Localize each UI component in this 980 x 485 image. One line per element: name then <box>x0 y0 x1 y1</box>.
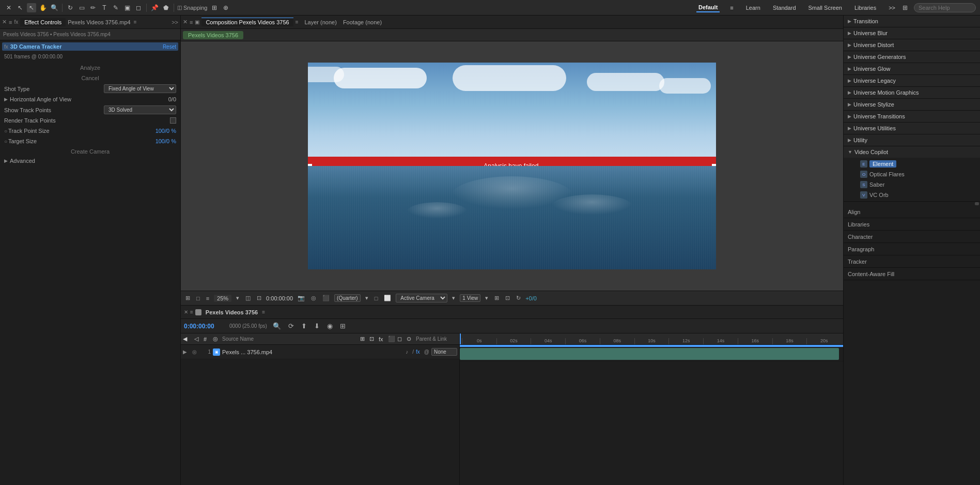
zoom-tool[interactable]: 🔍 <box>50 3 59 12</box>
flat-libraries[interactable]: Libraries <box>844 218 980 231</box>
tab-effect-controls[interactable]: Effect Controls <box>20 18 66 26</box>
layer-name[interactable]: Pexels ... 3756.mp4 <box>222 349 403 355</box>
fit-btn[interactable]: ◫ <box>244 294 252 302</box>
select-tool[interactable]: ↖ <box>27 3 36 12</box>
quality-selector[interactable]: (Quarter) <box>334 294 361 302</box>
search-layer-btn[interactable]: 🔍 <box>271 322 283 330</box>
rotate-tool[interactable]: ↻ <box>66 3 75 12</box>
comp-menu-btn[interactable]: ≡ <box>190 19 193 25</box>
section-universe-distort-header[interactable]: ▶ Universe Distort <box>844 39 980 51</box>
section-universe-glow-header[interactable]: ▶ Universe Glow <box>844 63 980 74</box>
arrow-tool[interactable]: ↖ <box>15 3 25 12</box>
parent-dropdown[interactable]: None <box>431 348 457 356</box>
panel-close-btn[interactable]: ✕ <box>2 19 7 25</box>
flat-content-aware[interactable]: Content-Aware Fill <box>844 268 980 280</box>
section-utility-header[interactable]: ▶ Utility <box>844 134 980 146</box>
shape-tool[interactable]: ⬟ <box>161 3 170 12</box>
flat-paragraph[interactable]: Paragraph <box>844 243 980 255</box>
pin-tool[interactable]: 📌 <box>150 3 159 12</box>
eraser-tool[interactable]: ◻ <box>134 3 143 12</box>
zoom-dropdown[interactable]: ▾ <box>235 294 241 302</box>
section-universe-blur-header[interactable]: ▶ Universe Blur <box>844 27 980 39</box>
tl-tool5[interactable]: ⊞ <box>338 322 347 330</box>
view-selector[interactable]: Active Camera <box>396 294 447 302</box>
rect-tool[interactable]: ▭ <box>77 3 86 12</box>
brush-tool[interactable]: ✎ <box>111 3 120 12</box>
parent-link-icon[interactable]: @ <box>424 349 429 355</box>
transparency-btn[interactable]: ⬜ <box>382 294 393 302</box>
timecode-display[interactable]: 0:00:00:00 <box>266 295 293 301</box>
section-video-copilot-header[interactable]: ▼ Video Copilot <box>844 146 980 158</box>
show-track-dropdown[interactable]: 3D Solved All Points None <box>104 105 176 114</box>
layer-solo[interactable]: ◎ <box>192 349 199 355</box>
item-vc-orb[interactable]: V VC Orb <box>844 190 980 200</box>
tl-tool4[interactable]: ◉ <box>325 322 334 330</box>
section-universe-legacy-header[interactable]: ▶ Universe Legacy <box>844 75 980 86</box>
flat-tracker[interactable]: Tracker <box>844 255 980 268</box>
view-dropdown[interactable]: ▾ <box>450 294 457 302</box>
zoom-display[interactable]: 25% <box>214 295 231 302</box>
advanced-section[interactable]: ▶ Advanced <box>2 157 178 165</box>
target-size-value[interactable]: 100/0 % <box>155 138 176 144</box>
align-tool[interactable]: ⊕ <box>221 3 230 12</box>
hand-tool[interactable]: ✋ <box>38 3 48 12</box>
workspace-more[interactable]: >> <box>886 4 897 12</box>
layer-fx[interactable]: / <box>412 349 414 355</box>
motion-blur-btn[interactable]: ◎ <box>309 294 318 302</box>
workspace-standard[interactable]: Standard <box>771 4 798 12</box>
create-camera-btn[interactable]: Create Camera <box>4 147 176 156</box>
comp-flow-btn[interactable]: ⊞ <box>493 294 501 302</box>
search-input[interactable] <box>914 3 976 12</box>
workspace-menu[interactable]: ≡ <box>728 4 735 12</box>
grid-icon[interactable]: ⊞ <box>900 3 910 12</box>
tl-close-btn[interactable]: ✕ <box>184 309 188 315</box>
section-universe-transitions-header[interactable]: ▶ Universe Transitions <box>844 111 980 122</box>
active-comp-tab[interactable]: Pexels Videos 3756 <box>183 31 243 39</box>
comp-tab-menu[interactable]: ≡ <box>295 19 299 25</box>
workspace-small-screen[interactable]: Small Screen <box>806 4 844 12</box>
analyze-btn[interactable]: Analyze <box>4 64 176 72</box>
fast-preview-btn[interactable]: □ <box>373 295 380 302</box>
grid-btn[interactable]: □ <box>195 295 201 302</box>
toggle-overlay-btn[interactable]: ⊞ <box>184 294 192 302</box>
tl-menu-btn[interactable]: ≡ <box>190 309 193 315</box>
flat-character[interactable]: Character <box>844 231 980 243</box>
safe-zones-btn[interactable]: ⊡ <box>255 294 263 302</box>
workspace-default[interactable]: Default <box>696 3 720 12</box>
snapping-control[interactable]: ◫ Snapping <box>177 5 208 11</box>
flat-align[interactable]: Align <box>844 206 980 218</box>
audio-btn[interactable]: ♪ <box>406 349 408 355</box>
snap-options[interactable]: ⊞ <box>210 3 219 12</box>
layer-fx-icon[interactable]: fx <box>416 349 420 355</box>
text-tool[interactable]: T <box>100 3 109 12</box>
tl-tool1[interactable]: ⟳ <box>287 322 295 330</box>
layer-expand[interactable]: ▶ <box>183 349 190 355</box>
workspace-libraries[interactable]: Libraries <box>852 4 878 12</box>
comp-close-btn[interactable]: ✕ <box>183 19 188 25</box>
pen-tool[interactable]: ✏ <box>88 3 98 12</box>
reset-btn[interactable]: Reset <box>163 44 176 50</box>
stamp-tool[interactable]: ▣ <box>122 3 132 12</box>
panel-menu-btn[interactable]: ≡ <box>9 19 12 25</box>
track-bar-1[interactable] <box>460 348 839 360</box>
ruler-btn[interactable]: ≡ <box>205 295 211 302</box>
time-display[interactable]: 0:00:00:00 <box>184 323 225 330</box>
refresh-btn[interactable]: ↻ <box>515 294 522 302</box>
view-count[interactable]: 1 View <box>460 294 480 302</box>
render-track-checkbox[interactable] <box>170 117 176 124</box>
item-element[interactable]: E Element <box>844 159 980 169</box>
render-btn[interactable]: ⊡ <box>504 294 511 302</box>
section-universe-generators-header[interactable]: ▶ Universe Generators <box>844 51 980 63</box>
camera-icon[interactable]: 📷 <box>296 294 306 302</box>
close-btn[interactable]: ✕ <box>4 3 13 12</box>
scroll-thumb[interactable] <box>975 202 979 205</box>
track-size-value[interactable]: 100/0 % <box>155 128 176 134</box>
section-universe-utilities-header[interactable]: ▶ Universe Utilities <box>844 123 980 134</box>
section-universe-stylize-header[interactable]: ▶ Universe Stylize <box>844 99 980 110</box>
quality-dropdown[interactable]: ▾ <box>364 294 370 302</box>
item-optical-flares[interactable]: O Optical Flares <box>844 169 980 179</box>
color-btn[interactable]: ⬛ <box>321 294 331 302</box>
expand-btn[interactable]: >> <box>172 19 178 25</box>
tl-tool3[interactable]: ⬇ <box>313 322 321 330</box>
item-saber[interactable]: S Saber <box>844 179 980 190</box>
